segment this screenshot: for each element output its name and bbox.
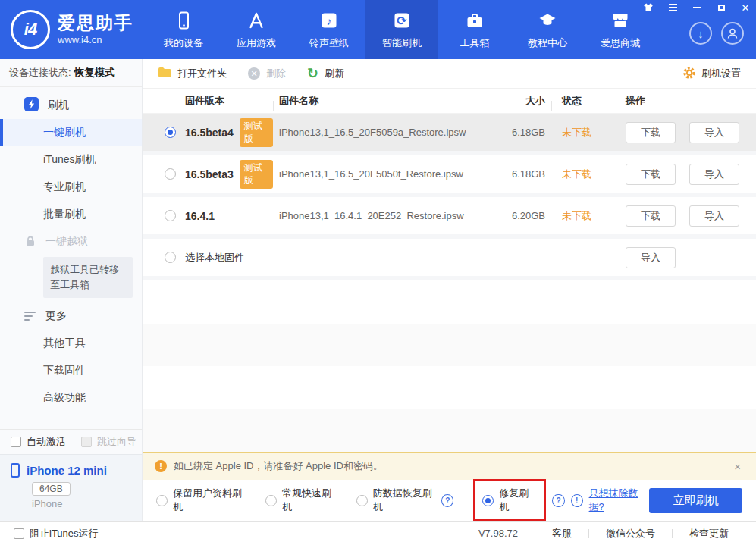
sidebar-item-pro-flash[interactable]: 专业刷机 [0, 174, 142, 201]
device-phone-icon [11, 463, 20, 478]
auto-activate-checkbox[interactable]: 自动激活 [11, 435, 66, 449]
sidebar-section-flash[interactable]: 刷机 [0, 92, 142, 119]
download-button[interactable]: 下载 [626, 205, 676, 227]
radio-icon[interactable] [165, 252, 176, 263]
sidebar-item-download-firmware[interactable]: 下载固件 [0, 357, 142, 384]
help-question-icon[interactable]: ? [441, 494, 453, 507]
firmware-row[interactable]: 16.5beta4测试版 iPhone13,1_16.5_20F5059a_Re… [143, 114, 756, 155]
checkbox-icon [81, 437, 92, 447]
nav-item-toolbox[interactable]: 工具箱 [438, 0, 511, 59]
sidebar-item-advanced-features[interactable]: 高级功能 [0, 384, 142, 412]
storefront-icon [610, 10, 631, 31]
firmware-name: iPhone13,1_16.4.1_20E252_Restore.ipsw [273, 210, 500, 221]
check-update-link[interactable]: 检查更新 [673, 527, 745, 540]
sidebar-menu: 刷机 一键刷机 iTunes刷机 专业刷机 批量刷机 一键越狱 越狱工具已转移至… [0, 87, 142, 429]
firmware-row-local[interactable]: 选择本地固件 导入 [143, 239, 756, 280]
firmware-row[interactable]: 16.5beta3测试版 iPhone13,1_16.5_20F5050f_Re… [143, 155, 756, 197]
radio-icon[interactable] [265, 495, 277, 506]
firmware-table-header: 固件版本 固件名称 大小 状态 操作 [143, 89, 756, 114]
option-normal-fast-flash[interactable]: 常规快速刷机 [265, 487, 337, 514]
sidebar-section-more[interactable]: 更多 [0, 302, 142, 330]
nav-item-label: 工具箱 [460, 36, 490, 50]
erase-data-link[interactable]: 只想抹除数据? [589, 487, 650, 514]
user-account-icon[interactable] [721, 22, 744, 45]
radio-selected-icon[interactable] [482, 495, 494, 506]
nav-item-smart-flash[interactable]: ⟳ 智能刷机 [365, 0, 438, 59]
device-family: iPhone [32, 498, 131, 509]
radio-icon[interactable] [165, 210, 176, 221]
skip-setup-label: 跳过向导 [97, 435, 136, 449]
help-question-icon[interactable]: ? [552, 494, 564, 507]
import-button[interactable]: 导入 [626, 247, 676, 268]
nav-item-label: 铃声壁纸 [309, 36, 349, 50]
nav-item-label: 应用游戏 [237, 36, 276, 50]
option-label: 常规快速刷机 [282, 487, 337, 514]
maximize-icon[interactable] [715, 2, 727, 13]
brand: i4 爱思助手 www.i4.cn [0, 0, 147, 59]
apple-id-notice: ! 如已绑定 Apple ID，请准备好 Apple ID和密码。 × [143, 452, 756, 480]
status-bar: 阻止iTunes运行 V7.98.72 客服 微信公众号 检查更新 [0, 521, 756, 545]
firmware-size: 6.18GB [500, 168, 551, 180]
nav-item-tutorials[interactable]: 教程中心 [511, 0, 584, 59]
import-button[interactable]: 导入 [689, 205, 739, 227]
radio-icon[interactable] [356, 495, 368, 506]
open-folder-button[interactable]: 打开文件夹 [158, 67, 227, 80]
firmware-row[interactable]: 16.4.1 iPhone13,1_16.4.1_20E252_Restore.… [143, 197, 756, 239]
nav-item-apps-games[interactable]: 应用游戏 [220, 0, 293, 59]
nav-item-label: 智能刷机 [382, 36, 422, 50]
download-button[interactable]: 下载 [626, 164, 676, 185]
refresh-button[interactable]: ↻ 刷新 [307, 67, 344, 80]
delete-button: ✕ 删除 [248, 67, 286, 80]
lock-icon [24, 235, 36, 249]
phone-icon [173, 10, 194, 31]
sidebar-section-label: 刷机 [48, 99, 69, 112]
sidebar-item-itunes-flash[interactable]: iTunes刷机 [0, 146, 142, 174]
firmware-version: 16.5beta4 [185, 127, 234, 139]
block-itunes-checkbox[interactable]: 阻止iTunes运行 [14, 527, 99, 540]
wechat-official-link[interactable]: 微信公众号 [589, 527, 672, 540]
flash-now-button[interactable]: 立即刷机 [649, 488, 742, 513]
close-icon[interactable]: ✕ [739, 2, 751, 13]
device-capacity-badge: 64GB [32, 482, 71, 496]
option-keep-user-data[interactable]: 保留用户资料刷机 [156, 487, 246, 514]
option-anti-data-recovery[interactable]: 防数据恢复刷机 ? [356, 487, 453, 514]
radio-selected-icon[interactable] [165, 127, 176, 138]
sidebar-item-other-tools[interactable]: 其他工具 [0, 330, 142, 357]
radio-icon[interactable] [156, 495, 168, 506]
info-exclamation-icon[interactable]: ! [571, 494, 583, 507]
more-icon [24, 312, 36, 321]
flash-device-icon [24, 97, 39, 114]
nav-item-label: 教程中心 [528, 36, 567, 50]
nav-item-my-device[interactable]: 我的设备 [147, 0, 220, 59]
sidebar-item-label: 下载固件 [43, 364, 86, 377]
import-button[interactable]: 导入 [689, 164, 739, 185]
theme-skin-icon[interactable] [642, 2, 654, 13]
header-actions: 操作 [626, 94, 756, 108]
download-manager-icon[interactable]: ↓ [689, 22, 712, 45]
download-button[interactable]: 下载 [626, 122, 676, 143]
appstore-icon [246, 10, 267, 31]
firmware-size: 6.20GB [500, 210, 551, 221]
flash-settings-label: 刷机设置 [701, 67, 741, 80]
nav-item-ringtones[interactable]: ♪ 铃声壁纸 [293, 0, 365, 59]
notice-close-icon[interactable]: × [731, 460, 744, 473]
sidebar-item-one-key-flash[interactable]: 一键刷机 [0, 119, 142, 146]
sidebar-item-batch-flash[interactable]: 批量刷机 [0, 201, 142, 228]
header: i4 爱思助手 www.i4.cn 我的设备 应用游戏 ♪ [0, 0, 756, 59]
jailbreak-moved-note: 越狱工具已转移至工具箱 [43, 257, 133, 298]
option-repair-flash-highlighted[interactable]: 修复刷机 [473, 479, 546, 522]
sidebar-item-label: iTunes刷机 [43, 153, 96, 167]
minimize-icon[interactable] [691, 2, 703, 13]
menu-list-icon[interactable] [667, 2, 679, 13]
flash-settings-button[interactable]: 刷机设置 [682, 66, 741, 82]
import-button[interactable]: 导入 [689, 122, 739, 143]
gear-icon [682, 66, 696, 82]
radio-icon[interactable] [165, 168, 176, 180]
customer-support-link[interactable]: 客服 [535, 527, 588, 540]
firmware-version: 16.5beta3 [185, 168, 234, 180]
app-window: i4 爱思助手 www.i4.cn 我的设备 应用游戏 ♪ [0, 0, 756, 545]
firmware-size: 6.18GB [500, 127, 551, 138]
refresh-label: 刷新 [325, 67, 344, 80]
empty-rows-area [143, 280, 756, 452]
flash-mode-options: 保留用户资料刷机 常规快速刷机 防数据恢复刷机 ? 修复刷机 ? ! 只想抹除数 [143, 480, 756, 521]
